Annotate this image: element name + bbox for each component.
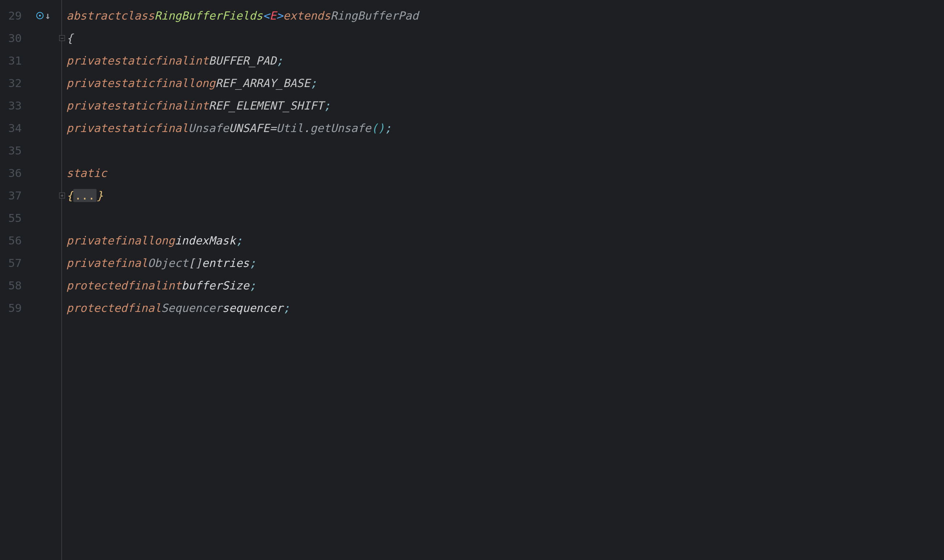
line-number: 34 (0, 122, 25, 135)
paren-close: ) (378, 122, 385, 135)
gutter-row[interactable]: 55 (0, 207, 62, 229)
keyword-static: static (114, 77, 154, 89)
code-line[interactable]: protected final Sequencer sequencer; (62, 297, 944, 319)
line-number: 59 (0, 302, 25, 314)
class-util: Util (276, 122, 304, 135)
keyword-abstract: abstract (66, 9, 120, 22)
paren-open: ( (371, 122, 378, 135)
gutter-row[interactable]: 29 ↓ (0, 5, 62, 27)
fold-ellipsis[interactable]: ... (73, 189, 97, 202)
line-number: 29 (0, 9, 25, 22)
semicolon: ; (283, 302, 290, 314)
code-line[interactable]: private static final Unsafe UNSAFE = Uti… (62, 117, 944, 139)
gutter-row[interactable]: 35 (0, 139, 62, 162)
equals: = (269, 122, 276, 135)
code-line[interactable] (62, 139, 944, 162)
line-number: 33 (0, 99, 25, 112)
code-line[interactable]: private final Object[] entries; (62, 252, 944, 274)
line-number: 31 (0, 54, 25, 67)
arrow-down-icon[interactable]: ↓ (45, 10, 51, 21)
gutter-row[interactable]: 34 (0, 117, 62, 139)
type-unsafe: Unsafe (188, 122, 229, 135)
keyword-final: final (154, 122, 188, 135)
field-sequencer: sequencer (222, 302, 283, 314)
gutter-row[interactable]: 58 (0, 274, 62, 297)
keyword-final: final (154, 77, 188, 89)
semicolon: ; (310, 77, 317, 89)
keyword-static: static (66, 166, 107, 180)
code-line[interactable]: private static final long REF_ARRAY_BASE… (62, 72, 944, 94)
method-getunsafe: getUnsafe (310, 122, 371, 135)
gutter: 29 ↓ 30 − 31 32 33 34 35 (0, 0, 62, 560)
gutter-row[interactable]: 37 + (0, 184, 62, 207)
line-number: 58 (0, 279, 25, 292)
type-int: int (188, 99, 209, 112)
constant-name: BUFFER_PAD (209, 54, 276, 67)
gutter-row[interactable]: 32 (0, 72, 62, 94)
code-area[interactable]: abstract class RingBufferFields<E> exten… (62, 0, 944, 560)
code-line[interactable]: private static final int REF_ELEMENT_SHI… (62, 94, 944, 117)
gutter-row[interactable]: 57 (0, 252, 62, 274)
keyword-private: private (66, 257, 114, 269)
semicolon: ; (323, 99, 331, 112)
type-int: int (161, 279, 182, 292)
gutter-row[interactable]: 59 (0, 297, 62, 319)
semicolon: ; (249, 279, 256, 292)
keyword-final: final (114, 257, 148, 269)
code-line[interactable]: protected final int bufferSize; (62, 274, 944, 297)
field-indexmask: indexMask (175, 234, 236, 247)
code-line[interactable] (62, 207, 944, 229)
type-long: long (188, 77, 216, 89)
semicolon: ; (385, 122, 391, 135)
line-number: 57 (0, 257, 25, 269)
gutter-row[interactable]: 36 (0, 162, 62, 184)
code-line[interactable]: {...} (62, 184, 944, 207)
field-buffersize: bufferSize (182, 279, 249, 292)
code-line[interactable]: private final long indexMask; (62, 229, 944, 252)
keyword-class: class (120, 9, 154, 22)
keyword-final: final (127, 279, 161, 292)
line-number: 37 (0, 189, 25, 202)
line-number: 55 (0, 211, 25, 225)
keyword-private: private (66, 54, 114, 67)
keyword-private: private (66, 99, 114, 112)
keyword-private: private (66, 77, 114, 89)
keyword-static: static (114, 122, 154, 135)
line-number: 30 (0, 32, 25, 45)
semicolon: ; (276, 54, 283, 67)
type-int: int (188, 54, 209, 67)
gutter-row[interactable]: 31 (0, 49, 62, 72)
keyword-final: final (154, 54, 188, 67)
keyword-protected: protected (66, 279, 127, 292)
type-object: Object (148, 257, 188, 269)
semicolon: ; (249, 257, 256, 269)
gutter-row[interactable]: 56 (0, 229, 62, 252)
override-icon[interactable] (36, 12, 43, 19)
field-entries: entries (202, 257, 249, 269)
line-number: 56 (0, 234, 25, 247)
generic-param: E (269, 9, 276, 22)
code-line[interactable]: private static final int BUFFER_PAD; (62, 49, 944, 72)
line-number: 32 (0, 77, 25, 89)
gutter-row[interactable]: 33 (0, 94, 62, 117)
brace-open: { (66, 32, 73, 45)
bracket-open: [ (188, 257, 195, 269)
gutter-row[interactable]: 30 − (0, 27, 62, 49)
constant-name: REF_ELEMENT_SHIFT (209, 99, 323, 112)
code-line[interactable]: { (62, 27, 944, 49)
keyword-static: static (114, 54, 154, 67)
keyword-final: final (154, 99, 188, 112)
type-long: long (148, 234, 175, 247)
keyword-final: final (127, 302, 161, 314)
code-line[interactable]: abstract class RingBufferFields<E> exten… (62, 5, 944, 27)
line-number: 36 (0, 166, 25, 180)
keyword-private: private (66, 122, 114, 135)
superclass-name: RingBufferPad (331, 9, 419, 22)
keyword-extends: extends (283, 9, 331, 22)
code-line[interactable]: static (62, 162, 944, 184)
generic-open: < (263, 9, 269, 22)
constant-name: UNSAFE (229, 122, 269, 135)
line-number: 35 (0, 144, 25, 157)
dot: . (303, 122, 310, 135)
keyword-static: static (114, 99, 154, 112)
